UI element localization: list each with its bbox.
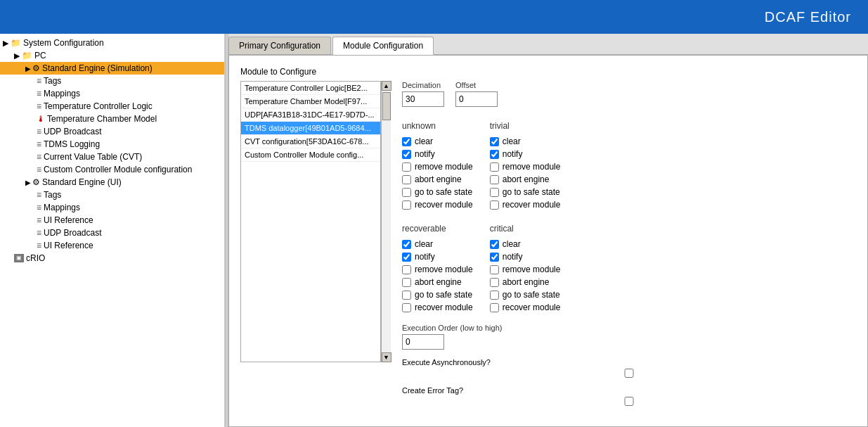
tree-item-17[interactable]: ▣cRIO: [0, 252, 224, 265]
checkbox-trivial-3[interactable]: [490, 175, 499, 184]
tab-1[interactable]: Module Configuration: [332, 37, 434, 55]
checkbox-critical-2[interactable]: [490, 265, 499, 274]
checkbox-row-unknown-5: recover module: [402, 200, 473, 210]
expand-icon: ▶: [25, 65, 31, 72]
crio-icon: ▣: [14, 254, 24, 262]
execute-async-checkbox[interactable]: [402, 369, 856, 378]
decimation-offset-row: Decimation Offset: [402, 81, 856, 107]
module-list-item-4[interactable]: CVT configuration[5F3DA16C-678...: [241, 135, 380, 148]
module-list-item-3[interactable]: TDMS datalogger[49B01AD5-9684...: [241, 122, 380, 135]
module-list[interactable]: Temperature Controller Logic[BE2...Tempe…: [240, 81, 381, 362]
tree-item-2[interactable]: ▶ ⚙Standard Engine (Simulation): [0, 62, 224, 75]
folder-img: 📁: [11, 38, 21, 48]
tree-item-11[interactable]: ▶ ⚙Standard Engine (UI): [0, 176, 224, 189]
error-section-unknown: unknownclearnotifyremove moduleabort eng…: [402, 121, 473, 210]
checkbox-label-critical-4: go to safe state: [503, 290, 560, 300]
tree-item-0[interactable]: ▶ 📁System Configuration: [0, 37, 224, 49]
tab-0[interactable]: Primary Configuration: [228, 37, 331, 54]
checkbox-recoverable-4[interactable]: [402, 291, 411, 300]
tree-item-15[interactable]: ≡UDP Broadcast: [0, 227, 224, 239]
checkbox-row-recoverable-2: remove module: [402, 265, 473, 274]
tree-item-13[interactable]: ≡Mappings: [0, 201, 224, 214]
checkbox-unknown-5[interactable]: [402, 200, 411, 210]
checkbox-row-trivial-5: recover module: [490, 200, 561, 210]
engine-icon: ⚙: [32, 177, 40, 187]
folder-img: 📁: [22, 51, 32, 60]
tree-item-label: Temperature Controller Logic: [44, 101, 153, 111]
tree-item-6[interactable]: 🌡Temperature Chamber Model: [0, 113, 224, 125]
error-section-recoverable: recoverableclearnotifyremove moduleabort…: [402, 224, 473, 312]
scroll-up-button[interactable]: ▲: [382, 81, 391, 91]
tree-item-14[interactable]: ≡UI Reference: [0, 214, 224, 227]
execute-async-label: Execute Asynchronously?: [402, 358, 856, 367]
execution-order-input[interactable]: [402, 334, 444, 350]
checkbox-recoverable-0[interactable]: [402, 240, 411, 249]
tree-item-9[interactable]: ≡Current Value Table (CVT): [0, 151, 224, 163]
checkbox-label-critical-2: remove module: [503, 265, 561, 274]
left-panel: ▶ 📁System Configuration▶ 📁PC▶ ⚙Standard …: [0, 34, 225, 427]
tree-item-label: TDMS Logging: [44, 139, 100, 149]
offset-group: Offset: [455, 81, 498, 107]
checkbox-unknown-4[interactable]: [402, 188, 411, 197]
checkbox-critical-1[interactable]: [490, 253, 499, 262]
checkbox-label-unknown-5: recover module: [415, 200, 473, 210]
list-icon: ≡: [37, 241, 41, 250]
checkbox-recoverable-2[interactable]: [402, 265, 411, 274]
list-icon: ≡: [37, 127, 41, 136]
list-icon: ≡: [37, 152, 41, 162]
checkbox-recoverable-5[interactable]: [402, 303, 411, 312]
checkbox-unknown-1[interactable]: [402, 150, 411, 159]
tree-item-10[interactable]: ≡Custom Controller Module configuration: [0, 163, 224, 176]
module-list-item-2[interactable]: UDP[AFA31B18-31DC-4E17-9D7D-...: [241, 108, 380, 122]
list-icon: ≡: [37, 76, 41, 86]
module-list-scrollbar: ▲ ▼: [381, 81, 391, 362]
checkbox-unknown-0[interactable]: [402, 137, 411, 146]
checkbox-critical-4[interactable]: [490, 291, 499, 300]
scroll-thumb[interactable]: [382, 92, 391, 120]
checkbox-row-critical-0: clear: [490, 239, 561, 249]
checkbox-label-recoverable-1: notify: [415, 252, 435, 262]
checkbox-row-trivial-0: clear: [490, 136, 561, 146]
checkbox-label-unknown-0: clear: [415, 136, 433, 146]
tree-item-5[interactable]: ≡Temperature Controller Logic: [0, 100, 224, 113]
tree-item-8[interactable]: ≡TDMS Logging: [0, 138, 224, 151]
content-area: Module to Configure Temperature Controll…: [228, 55, 868, 427]
tree-item-3[interactable]: ≡Tags: [0, 75, 224, 87]
tree-item-12[interactable]: ≡Tags: [0, 189, 224, 201]
checkbox-recoverable-1[interactable]: [402, 253, 411, 262]
tree-item-16[interactable]: ≡UI Reference: [0, 239, 224, 252]
checkbox-trivial-2[interactable]: [490, 162, 499, 172]
tree-item-4[interactable]: ≡Mappings: [0, 87, 224, 100]
module-list-item-0[interactable]: Temperature Controller Logic[BE2...: [241, 82, 380, 95]
checkbox-trivial-0[interactable]: [490, 137, 499, 146]
tree-item-label: cRIO: [26, 253, 45, 263]
checkbox-critical-3[interactable]: [490, 278, 499, 287]
tree-item-7[interactable]: ≡UDP Broadcast: [0, 125, 224, 138]
tree-item-label: Mappings: [44, 89, 80, 98]
tree-item-label: Current Value Table (CVT): [44, 152, 142, 162]
checkbox-critical-5[interactable]: [490, 303, 499, 312]
create-error-tag-checkbox[interactable]: [402, 397, 856, 406]
module-list-item-1[interactable]: Temperature Chamber Model[F97...: [241, 95, 380, 108]
checkbox-row-critical-2: remove module: [490, 265, 561, 274]
checkbox-trivial-4[interactable]: [490, 188, 499, 197]
execution-order-label: Execution Order (low to high): [402, 324, 502, 332]
checkbox-label-unknown-1: notify: [415, 149, 435, 159]
error-section-title-trivial: trivial: [490, 121, 561, 131]
checkbox-critical-0[interactable]: [490, 240, 499, 249]
checkbox-unknown-3[interactable]: [402, 175, 411, 184]
decimation-group: Decimation: [402, 81, 444, 107]
module-list-item-5[interactable]: Custom Controller Module config...: [241, 148, 380, 162]
list-icon: ≡: [37, 215, 41, 225]
tree-item-1[interactable]: ▶ 📁PC: [0, 49, 224, 62]
checkbox-unknown-2[interactable]: [402, 162, 411, 172]
checkbox-recoverable-3[interactable]: [402, 278, 411, 287]
checkbox-trivial-1[interactable]: [490, 150, 499, 159]
checkbox-label-recoverable-2: remove module: [415, 265, 473, 274]
offset-input[interactable]: [455, 91, 498, 107]
checkbox-trivial-5[interactable]: [490, 200, 499, 210]
error-left-col: unknownclearnotifyremove moduleabort eng…: [402, 121, 473, 312]
scroll-down-button[interactable]: ▼: [382, 352, 391, 362]
tree-item-label: Custom Controller Module configuration: [44, 165, 192, 174]
decimation-input[interactable]: [402, 91, 444, 107]
